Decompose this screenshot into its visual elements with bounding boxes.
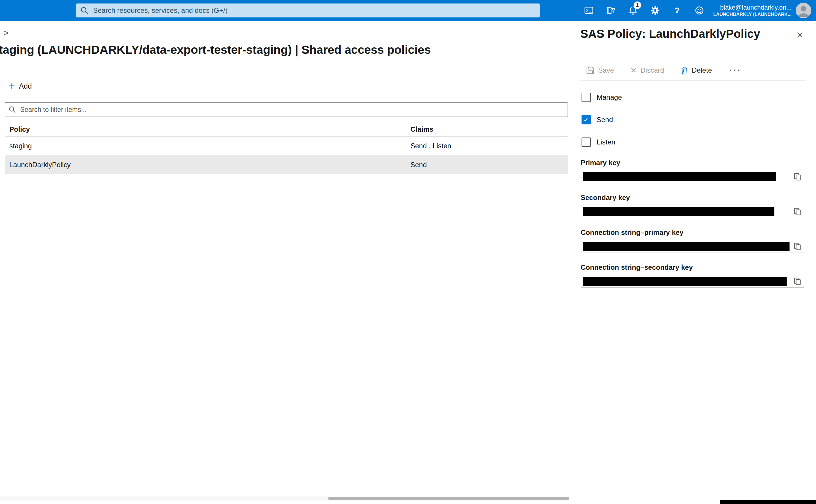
account-menu[interactable]: blake@launchdarkly.on... LAUNCHDARKLY (L…	[713, 3, 792, 17]
notification-badge: 1	[634, 1, 641, 9]
toolbar-divider	[580, 80, 805, 81]
discard-label: Discard	[641, 66, 664, 74]
copy-icon	[793, 277, 801, 285]
copy-connection-primary-button[interactable]	[793, 242, 802, 251]
settings-gear-button[interactable]	[644, 0, 666, 21]
plus-icon: +	[9, 81, 15, 91]
add-label: Add	[19, 82, 32, 90]
add-policy-button[interactable]: + Add	[9, 81, 32, 91]
column-header-claims[interactable]: Claims	[410, 125, 568, 133]
table-header: Policy Claims	[5, 122, 568, 137]
global-search-box[interactable]	[76, 3, 540, 17]
save-icon	[586, 66, 594, 74]
ellipsis-icon: ···	[729, 65, 742, 75]
checkbox-row-manage[interactable]: ✓ Manage	[581, 92, 622, 102]
policy-name: LaunchDarklyPolicy	[9, 161, 410, 169]
directories-filter-icon	[606, 6, 616, 15]
copy-secondary-key-button[interactable]	[793, 207, 802, 216]
redacted-value	[583, 207, 774, 216]
send-label: Send	[597, 116, 613, 124]
table-row-launchdarklypolicy[interactable]: LaunchDarklyPolicy Send	[5, 156, 568, 174]
connection-string-secondary-group: Connection string–secondary key	[581, 263, 804, 288]
send-checkbox[interactable]: ✓	[581, 115, 591, 124]
policy-claims: Send	[410, 161, 568, 169]
avatar-person-icon	[796, 3, 811, 18]
copy-icon	[793, 242, 801, 251]
bottom-black-strip	[720, 500, 816, 504]
redacted-value	[583, 242, 790, 251]
delete-button[interactable]: Delete	[681, 66, 712, 74]
top-bar: 1 ?	[0, 0, 816, 21]
checkbox-row-send[interactable]: ✓ Send	[581, 115, 613, 125]
manage-checkbox[interactable]: ✓	[581, 93, 591, 102]
panel-title: SAS Policy: LaunchDarklyPolicy	[580, 27, 760, 40]
horizontal-scrollbar-thumb[interactable]	[328, 497, 569, 500]
topbar-actions: 1 ?	[578, 0, 816, 21]
secondary-key-field[interactable]	[581, 205, 804, 218]
connection-string-secondary-field[interactable]	[581, 275, 804, 288]
page-title: taging (LAUNCHDARKLY/data-export-tester-…	[0, 43, 431, 57]
discard-button[interactable]: ✕ Discard	[631, 66, 664, 74]
copy-icon	[793, 173, 801, 181]
filter-input[interactable]	[19, 106, 564, 114]
checkbox-row-listen[interactable]: ✓ Listen	[581, 137, 615, 147]
more-commands-button[interactable]: ···	[729, 65, 742, 75]
close-icon: ✕	[796, 30, 804, 40]
listen-checkbox[interactable]: ✓	[581, 137, 591, 147]
secondary-key-group: Secondary key	[581, 194, 804, 218]
help-icon: ?	[675, 6, 680, 15]
account-email: blake@launchdarkly.on...	[713, 3, 792, 12]
primary-key-label: Primary key	[581, 159, 804, 167]
azure-portal: 1 ?	[0, 0, 816, 504]
redacted-value	[583, 277, 787, 286]
policy-name: staging	[9, 142, 410, 150]
breadcrumb-chevron[interactable]: >	[3, 28, 9, 38]
search-icon	[80, 6, 88, 15]
close-button[interactable]: ✕	[796, 30, 804, 41]
connection-string-secondary-label: Connection string–secondary key	[581, 263, 804, 271]
primary-key-field[interactable]	[581, 170, 804, 183]
policies-table: Policy Claims staging Send , Listen Laun…	[5, 122, 568, 174]
cloud-shell-button[interactable]	[578, 0, 600, 21]
global-search-input[interactable]	[92, 6, 535, 15]
copy-connection-secondary-button[interactable]	[793, 277, 802, 286]
check-icon: ✓	[583, 117, 589, 123]
manage-label: Manage	[597, 93, 622, 101]
save-button[interactable]: Save	[586, 66, 614, 74]
copy-primary-key-button[interactable]	[793, 172, 802, 181]
avatar[interactable]	[796, 3, 811, 18]
sas-policy-panel: SAS Policy: LaunchDarklyPolicy ✕ Save ✕ …	[569, 21, 816, 504]
filter-search-icon	[8, 106, 16, 113]
connection-string-primary-field[interactable]	[581, 240, 804, 253]
cloud-shell-icon	[584, 6, 594, 15]
delete-label: Delete	[692, 66, 712, 74]
connection-string-primary-label: Connection string–primary key	[581, 228, 804, 237]
policy-claims: Send , Listen	[410, 142, 568, 150]
secondary-key-label: Secondary key	[581, 194, 804, 202]
help-button[interactable]: ?	[666, 0, 688, 21]
listen-label: Listen	[597, 138, 615, 146]
account-directory: LAUNCHDARKLY (LAUNCHDARK...	[713, 12, 792, 17]
table-row-staging[interactable]: staging Send , Listen	[5, 137, 568, 156]
feedback-button[interactable]	[688, 0, 710, 21]
column-header-policy[interactable]: Policy	[9, 125, 410, 133]
filter-box[interactable]	[5, 102, 568, 117]
redacted-value	[583, 172, 776, 181]
smiley-icon	[695, 6, 704, 15]
connection-string-primary-group: Connection string–primary key	[581, 228, 804, 253]
copy-icon	[793, 208, 801, 216]
primary-key-group: Primary key	[581, 159, 804, 183]
discard-icon: ✕	[631, 67, 637, 74]
panel-toolbar: Save ✕ Discard Delete ···	[586, 64, 742, 77]
save-label: Save	[598, 66, 614, 74]
notifications-button[interactable]: 1	[622, 0, 644, 21]
gear-icon	[651, 6, 660, 15]
horizontal-scrollbar[interactable]	[0, 496, 569, 501]
trash-icon	[681, 66, 688, 74]
directories-filter-button[interactable]	[600, 0, 622, 21]
